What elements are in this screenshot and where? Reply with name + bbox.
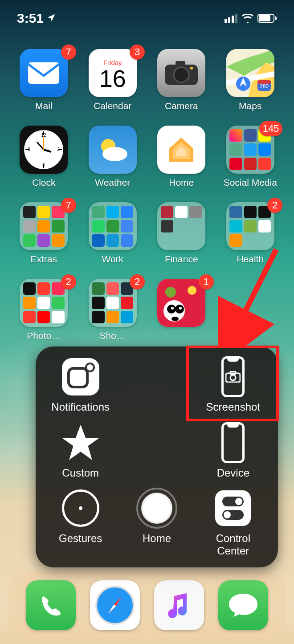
folder-icon <box>20 202 68 250</box>
app-label: Sho… <box>100 330 126 341</box>
clock-icon: 12 3 6 9 <box>20 126 68 174</box>
app-label: Work <box>102 254 123 265</box>
folder-social-media[interactable]: 145 Social Media <box>223 126 278 188</box>
calendar-icon: Friday 16 <box>89 49 137 97</box>
svg-text:6: 6 <box>42 163 45 167</box>
cellular-signal-icon <box>225 11 238 26</box>
badge: 2 <box>267 198 282 213</box>
control-center-icon <box>212 487 254 530</box>
clock-time: 3:51 <box>17 11 44 26</box>
wifi-icon <box>241 11 254 26</box>
at-empty <box>121 355 192 413</box>
svg-rect-1 <box>228 17 230 23</box>
svg-point-11 <box>190 67 193 69</box>
mail-icon <box>20 49 68 97</box>
at-home[interactable]: Home <box>121 487 192 557</box>
empty-slot <box>223 279 278 341</box>
app-home[interactable]: Home <box>154 126 209 188</box>
folder-photo-video[interactable]: 2 Photo… <box>16 279 72 341</box>
folder-shopping[interactable]: 2 Sho… <box>85 279 141 341</box>
dock-messages[interactable] <box>218 580 268 630</box>
app-label: Extras <box>30 254 57 265</box>
device-icon <box>212 421 254 464</box>
badge: 7 <box>61 45 76 60</box>
app-calendar[interactable]: Friday 16 3 Calendar <box>85 49 141 111</box>
notifications-icon <box>59 355 102 398</box>
app-maps[interactable]: 280 Maps <box>223 49 278 111</box>
app-camera[interactable]: Camera <box>154 49 209 111</box>
battery-icon <box>257 11 277 26</box>
app-clock[interactable]: 12 3 6 9 Clock <box>16 126 72 188</box>
svg-rect-6 <box>275 16 277 20</box>
app-label: Calendar <box>94 101 131 111</box>
folder-icon <box>20 279 68 327</box>
folder-icon <box>157 202 205 250</box>
badge: 2 <box>61 274 76 289</box>
app-label: Health <box>237 254 264 265</box>
star-icon <box>59 421 102 464</box>
dock-phone[interactable] <box>26 580 76 630</box>
app-label: Clock <box>32 177 56 188</box>
svg-rect-31 <box>157 279 205 327</box>
at-screenshot[interactable]: Screenshot <box>197 355 269 413</box>
badge: 7 <box>61 198 76 213</box>
status-bar: 3:51 <box>0 0 294 40</box>
at-control-center[interactable]: Control Center <box>197 487 269 557</box>
phone-icon <box>26 580 76 630</box>
dock <box>8 572 286 639</box>
folder-work[interactable]: Work <box>85 202 141 265</box>
at-label: Screenshot <box>206 401 260 413</box>
svg-text:9: 9 <box>28 147 30 152</box>
location-services-icon <box>46 11 56 26</box>
svg-point-39 <box>172 317 179 321</box>
app-weather[interactable]: Weather <box>85 126 141 188</box>
messages-icon <box>218 580 268 630</box>
app-label: Finance <box>165 254 198 265</box>
badge: 145 <box>259 121 282 136</box>
svg-text:3: 3 <box>57 147 60 152</box>
camera-icon <box>157 49 205 97</box>
at-device[interactable]: Device <box>197 421 269 479</box>
svg-point-33 <box>188 286 196 295</box>
status-time: 3:51 <box>17 11 56 26</box>
at-empty <box>121 421 192 479</box>
app-label: Social Media <box>224 177 277 188</box>
app-label: Photo… <box>27 330 61 341</box>
badge: 1 <box>199 274 214 289</box>
svg-rect-7 <box>28 62 59 84</box>
at-label: Notifications <box>51 401 110 413</box>
at-gestures[interactable]: Gestures <box>45 487 116 557</box>
folder-icon <box>226 202 274 250</box>
at-custom[interactable]: Custom <box>45 421 116 479</box>
svg-point-38 <box>179 307 182 310</box>
folder-finance[interactable]: Finance <box>154 202 209 265</box>
app-label: Home <box>169 177 194 188</box>
home-icon <box>157 126 205 174</box>
svg-rect-9 <box>176 61 185 66</box>
app-game[interactable]: 1 <box>154 279 209 341</box>
app-label: Weather <box>95 177 130 188</box>
svg-point-36 <box>171 307 174 310</box>
app-mail[interactable]: 7 Mail <box>16 49 72 111</box>
maps-icon: 280 <box>226 49 274 97</box>
home-screen-grid: 7 Mail Friday 16 3 Calendar Camera <box>0 49 294 341</box>
folder-health[interactable]: 2 Health <box>223 202 278 265</box>
svg-point-32 <box>165 287 176 298</box>
svg-rect-3 <box>235 14 237 23</box>
svg-point-10 <box>174 67 189 82</box>
dock-safari[interactable] <box>90 580 140 630</box>
at-label: Gestures <box>59 532 102 545</box>
folder-icon <box>89 202 137 250</box>
badge: 2 <box>130 274 145 289</box>
music-icon <box>154 580 204 630</box>
svg-rect-0 <box>225 19 227 23</box>
at-notifications[interactable]: Notifications <box>45 355 116 413</box>
dock-music[interactable] <box>154 580 204 630</box>
app-label: Maps <box>239 101 261 111</box>
folder-extras[interactable]: 7 Extras <box>16 202 72 265</box>
svg-rect-2 <box>232 16 234 23</box>
svg-point-30 <box>102 147 127 161</box>
screenshot-icon <box>212 355 254 398</box>
safari-icon <box>90 580 140 630</box>
at-label: Control Center <box>216 532 250 557</box>
